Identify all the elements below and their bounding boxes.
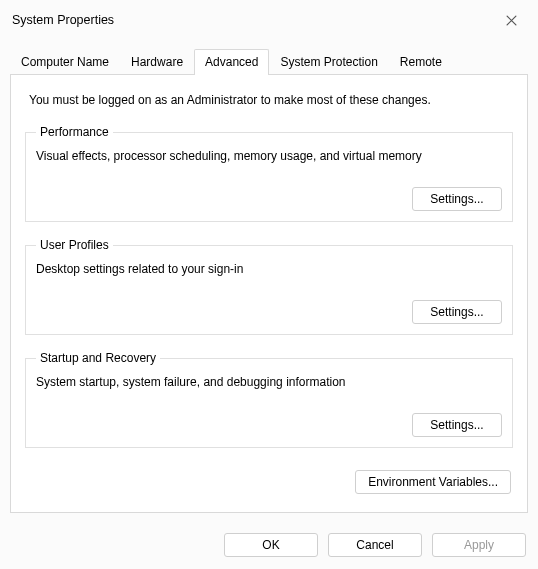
dialog-footer: OK Cancel Apply xyxy=(0,523,538,569)
system-properties-window: System Properties Computer Name Hardware… xyxy=(0,0,538,569)
window-title: System Properties xyxy=(12,13,114,27)
performance-desc: Visual effects, processor scheduling, me… xyxy=(36,149,502,163)
startup-recovery-group: Startup and Recovery System startup, sys… xyxy=(25,351,513,448)
performance-legend: Performance xyxy=(36,125,113,139)
performance-group: Performance Visual effects, processor sc… xyxy=(25,125,513,222)
close-button[interactable] xyxy=(494,6,528,34)
tab-computer-name[interactable]: Computer Name xyxy=(10,49,120,75)
titlebar: System Properties xyxy=(0,0,538,34)
user-profiles-legend: User Profiles xyxy=(36,238,113,252)
startup-recovery-button-row: Settings... xyxy=(36,413,502,437)
tab-remote[interactable]: Remote xyxy=(389,49,453,75)
admin-note: You must be logged on as an Administrato… xyxy=(29,93,513,107)
performance-settings-button[interactable]: Settings... xyxy=(412,187,502,211)
user-profiles-button-row: Settings... xyxy=(36,300,502,324)
startup-recovery-settings-button[interactable]: Settings... xyxy=(412,413,502,437)
close-icon xyxy=(506,15,517,26)
user-profiles-desc: Desktop settings related to your sign-in xyxy=(36,262,502,276)
env-variables-row: Environment Variables... xyxy=(25,470,513,494)
user-profiles-group: User Profiles Desktop settings related t… xyxy=(25,238,513,335)
startup-recovery-legend: Startup and Recovery xyxy=(36,351,160,365)
cancel-button[interactable]: Cancel xyxy=(328,533,422,557)
apply-button[interactable]: Apply xyxy=(432,533,526,557)
tabstrip: Computer Name Hardware Advanced System P… xyxy=(0,34,538,74)
user-profiles-settings-button[interactable]: Settings... xyxy=(412,300,502,324)
advanced-tab-panel: You must be logged on as an Administrato… xyxy=(10,74,528,513)
tab-advanced[interactable]: Advanced xyxy=(194,49,269,75)
performance-button-row: Settings... xyxy=(36,187,502,211)
tab-hardware[interactable]: Hardware xyxy=(120,49,194,75)
environment-variables-button[interactable]: Environment Variables... xyxy=(355,470,511,494)
startup-recovery-desc: System startup, system failure, and debu… xyxy=(36,375,502,389)
ok-button[interactable]: OK xyxy=(224,533,318,557)
tab-system-protection[interactable]: System Protection xyxy=(269,49,388,75)
